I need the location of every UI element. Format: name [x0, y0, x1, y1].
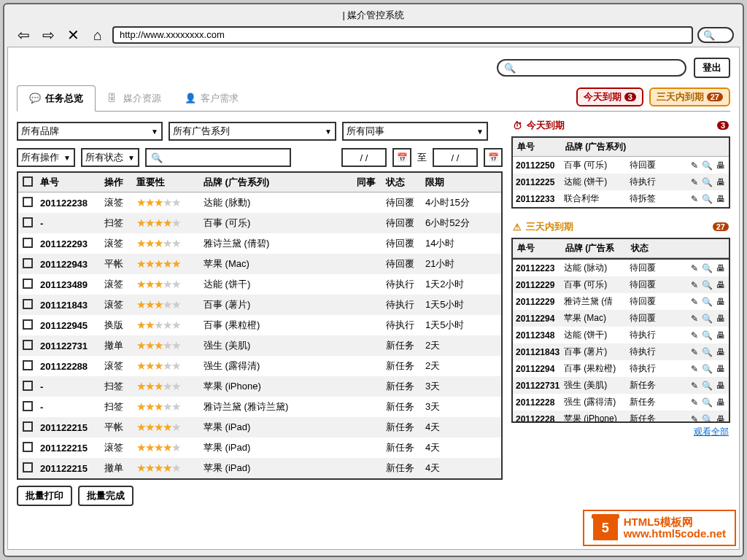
forward-icon[interactable]: ⇨ [38, 26, 58, 44]
table-row[interactable]: 201122238 滚签 ★★★★★ 达能 (脉動) 待回覆 4小时15分 [18, 192, 501, 213]
print-icon[interactable]: 🖶 [715, 397, 726, 408]
global-search[interactable]: 🔍 [497, 59, 686, 77]
row-checkbox[interactable] [23, 319, 33, 330]
row-checkbox[interactable] [23, 340, 33, 350]
search-icon[interactable]: 🔍 [702, 176, 713, 187]
print-icon[interactable]: 🖶 [715, 380, 726, 391]
print-icon[interactable]: 🖶 [715, 160, 726, 171]
table-row[interactable]: 20112228苹果 (iPhone)新任务✎🔍🖶 [513, 411, 729, 423]
search-icon[interactable]: 🔍 [702, 380, 713, 391]
batch-print-button[interactable]: 批量打印 [17, 486, 72, 506]
table-row[interactable]: - 扫签 ★★★★★ 百事 (可乐) 待回覆 6小时52分 [18, 213, 501, 233]
table-row[interactable]: 201122943 平帐 ★★★★★ 苹果 (Mac) 待回覆 21小时 [18, 254, 501, 274]
table-row[interactable]: 20112250百事 (可乐)待回覆✎🔍🖶 [513, 157, 729, 174]
search-icon[interactable]: 🔍 [702, 160, 713, 171]
table-row[interactable]: 201122731强生 (美肌)新任务✎🔍🖶 [513, 377, 729, 394]
share-icon[interactable]: ✎ [689, 380, 700, 391]
date-from[interactable]: / / [341, 148, 387, 167]
url-input[interactable]: http://www.xxxxxxxx.com [112, 26, 693, 44]
row-checkbox[interactable] [23, 238, 33, 248]
print-icon[interactable]: 🖶 [715, 296, 726, 307]
row-checkbox[interactable] [23, 381, 33, 391]
calendar-icon[interactable]: 📅 [392, 148, 411, 167]
view-all-link[interactable]: 观看全部 [511, 423, 730, 441]
print-icon[interactable]: 🖶 [715, 346, 726, 357]
row-checkbox[interactable] [23, 421, 33, 432]
row-checkbox[interactable] [23, 360, 33, 370]
print-icon[interactable]: 🖶 [715, 313, 726, 324]
share-icon[interactable]: ✎ [689, 413, 700, 423]
share-icon[interactable]: ✎ [689, 279, 700, 290]
search-input[interactable]: 🔍 [145, 148, 291, 167]
table-row[interactable]: 20112294百事 (果粒橙)待执行✎🔍🖶 [513, 360, 729, 377]
share-icon[interactable]: ✎ [689, 330, 700, 341]
table-row[interactable]: 201121843 滚签 ★★★★★ 百事 (薯片) 待执行 1天5小时 [18, 295, 501, 315]
share-icon[interactable]: ✎ [689, 160, 700, 171]
table-row[interactable]: 201123489 滚签 ★★★★★ 达能 (饼干) 待执行 1天2小时 [18, 274, 501, 295]
print-icon[interactable]: 🖶 [715, 330, 726, 341]
share-icon[interactable]: ✎ [689, 262, 700, 273]
home-icon[interactable]: ⌂ [88, 26, 108, 44]
share-icon[interactable]: ✎ [689, 397, 700, 408]
row-checkbox[interactable] [23, 217, 33, 228]
row-checkbox[interactable] [23, 401, 33, 411]
search-icon[interactable]: 🔍 [702, 397, 713, 408]
tab-tasks[interactable]: 💬 任务总览 [17, 85, 96, 112]
row-checkbox[interactable] [23, 462, 33, 472]
batch-done-button[interactable]: 批量完成 [78, 486, 133, 506]
search-icon[interactable]: 🔍 [702, 296, 713, 307]
date-to[interactable]: / / [433, 148, 478, 167]
table-row[interactable]: 20112228强生 (露得清)新任务✎🔍🖶 [513, 394, 729, 411]
table-row[interactable]: 201122215 撤单 ★★★★★ 苹果 (iPad) 新任务 4天 [18, 458, 501, 478]
share-icon[interactable]: ✎ [689, 363, 700, 374]
share-icon[interactable]: ✎ [689, 176, 700, 187]
search-icon[interactable]: 🔍 [702, 193, 713, 204]
series-select[interactable]: 所有广告系列▼ [169, 122, 336, 141]
row-checkbox[interactable] [23, 299, 33, 309]
table-row[interactable]: 20112233联合利华待拆签✎🔍🖶 [513, 190, 729, 207]
share-icon[interactable]: ✎ [689, 193, 700, 204]
search-icon[interactable]: 🔍 [702, 279, 713, 290]
row-checkbox[interactable] [23, 197, 33, 207]
search-icon[interactable]: 🔍 [702, 363, 713, 374]
brand-select[interactable]: 所有品牌▼ [17, 122, 163, 141]
due-today-pill[interactable]: 今天到期 3 [576, 88, 643, 106]
table-row[interactable]: 20112225达能 (饼干)待执行✎🔍🖶 [513, 174, 729, 190]
table-row[interactable]: 20112348达能 (饼干)待执行✎🔍🖶 [513, 327, 729, 343]
tab-media[interactable]: 🗄 媒介资源 [96, 86, 173, 111]
status-select[interactable]: 所有状态▼ [81, 148, 139, 167]
colleague-select[interactable]: 所有同事▼ [342, 122, 488, 141]
table-row[interactable]: 201122215 平帐 ★★★★★ 苹果 (iPad) 新任务 4天 [18, 417, 501, 438]
print-icon[interactable]: 🖶 [715, 279, 726, 290]
search-icon[interactable]: 🔍 [702, 313, 713, 324]
back-icon[interactable]: ⇦ [13, 26, 34, 44]
row-checkbox[interactable] [23, 442, 33, 452]
search-icon[interactable]: 🔍 [702, 262, 713, 273]
share-icon[interactable]: ✎ [689, 313, 700, 324]
operation-select[interactable]: 所有操作▼ [17, 148, 75, 167]
table-row[interactable]: - 扫签 ★★★★★ 苹果 (iPhone) 新任务 3天 [18, 376, 501, 397]
table-row[interactable]: 201122293 滚签 ★★★★★ 雅诗兰黛 (倩碧) 待回覆 14小时 [18, 233, 501, 254]
stop-icon[interactable]: ✕ [63, 26, 83, 44]
logout-button[interactable]: 登出 [694, 58, 730, 78]
table-row[interactable]: 201122731 撤单 ★★★★★ 强生 (美肌) 新任务 2天 [18, 335, 501, 356]
search-icon[interactable]: 🔍 [702, 413, 713, 423]
search-icon[interactable]: 🔍 [702, 346, 713, 357]
table-row[interactable]: 201121843百事 (薯片)待执行✎🔍🖶 [513, 343, 729, 360]
table-row[interactable]: - 扫签 ★★★★★ 雅诗兰黛 (雅诗兰黛) 新任务 3天 [18, 397, 501, 417]
tab-customer[interactable]: 👤 客户需求 [173, 86, 250, 111]
row-checkbox[interactable] [23, 258, 33, 268]
print-icon[interactable]: 🖶 [715, 193, 726, 204]
print-icon[interactable]: 🖶 [715, 413, 726, 423]
print-icon[interactable]: 🖶 [715, 363, 726, 374]
print-icon[interactable]: 🖶 [715, 262, 726, 273]
three-table-scroll[interactable]: 20112223达能 (脉动)待回覆✎🔍🖶20112229百事 (可乐)待回覆✎… [511, 258, 730, 423]
share-icon[interactable]: ✎ [689, 296, 700, 307]
table-row[interactable]: 20112229雅诗兰黛 (倩待回覆✎🔍🖶 [513, 293, 729, 310]
due-three-pill[interactable]: 三天内到期 27 [649, 88, 730, 106]
browser-search[interactable]: 🔍 [697, 27, 734, 43]
search-icon[interactable]: 🔍 [702, 330, 713, 341]
row-checkbox[interactable] [23, 279, 33, 289]
table-row[interactable]: 201122945 换版 ★★★★★ 百事 (果粒橙) 待执行 1天5小时 [18, 315, 501, 335]
calendar-icon[interactable]: 📅 [484, 148, 503, 167]
